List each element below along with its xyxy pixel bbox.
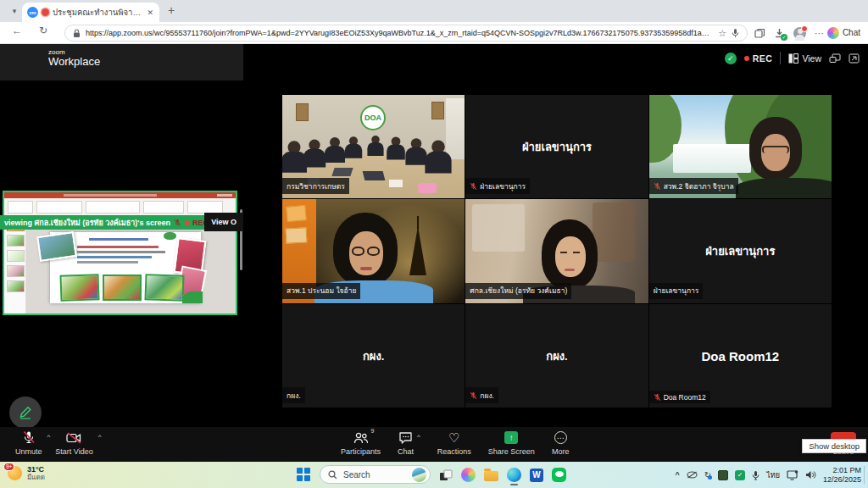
task-view-icon[interactable] xyxy=(439,469,453,481)
search-highlight-image[interactable] xyxy=(412,468,426,482)
back-button[interactable]: ← xyxy=(12,25,22,36)
search-icon xyxy=(328,470,337,480)
video-tile-kapong-2[interactable]: กผง. กผง. xyxy=(465,304,648,408)
participant-name: ฝ่ายเลขานุการ xyxy=(480,180,526,192)
weather-widget[interactable]: 9+ 31°C มีแดด xyxy=(8,465,45,481)
volume-icon[interactable] xyxy=(805,470,816,480)
chat-label: Chat xyxy=(398,447,414,456)
voice-search-icon[interactable] xyxy=(732,28,739,38)
start-button[interactable] xyxy=(297,468,310,481)
file-explorer-icon[interactable] xyxy=(484,469,498,481)
pencil-icon xyxy=(18,405,33,420)
recording-indicator[interactable]: REC xyxy=(744,53,773,64)
meeting-toolbar: Unmute ^ Start Video ^ 9 Participants xyxy=(0,427,868,462)
edge-active-indicator xyxy=(510,484,518,485)
lock-icon xyxy=(73,29,81,38)
workplace-logo-text: Workplace xyxy=(48,56,100,68)
eiffel-tower xyxy=(409,226,426,275)
copilot-chat-button[interactable]: Chat xyxy=(822,24,865,42)
participant-name: กผง. xyxy=(287,390,301,402)
participant-display-name: Doa Room12 xyxy=(649,348,832,363)
more-button[interactable]: ⋯ More xyxy=(552,427,570,456)
video-tile-secretary-1[interactable]: ฝ่ายเลขานุการ ฝ่ายเลขานุการ xyxy=(465,95,648,198)
edge-icon[interactable] xyxy=(507,468,521,482)
start-video-button[interactable]: Start Video xyxy=(55,427,92,456)
reactions-button[interactable]: ♡ Reactions xyxy=(437,427,471,456)
doa-logo: DOA xyxy=(360,105,386,130)
powerpoint-ribbon xyxy=(4,198,236,217)
share-screen-button[interactable]: ↑ Share Screen xyxy=(488,427,535,456)
encryption-shield-icon[interactable]: ✓ xyxy=(725,53,737,64)
video-tile-chiangmai[interactable]: ศกล.เชียงใหม่ (อรทัย วงค์เมธา) xyxy=(465,199,648,302)
participant-display-name: ฝ่ายเลขานุการ xyxy=(465,138,648,156)
participant-display-name: ฝ่ายเลขานุการ xyxy=(649,242,832,260)
fullscreen-exit-icon[interactable] xyxy=(849,53,860,64)
sharer-muted-mic-icon xyxy=(174,219,181,227)
silhouette xyxy=(303,140,326,168)
participant-name: Doa Room12 xyxy=(664,393,706,402)
minimize-window-icon[interactable] xyxy=(829,53,841,64)
collections-icon[interactable] xyxy=(754,28,765,38)
copilot-taskbar-icon[interactable] xyxy=(461,468,476,482)
favorite-star-icon[interactable]: ☆ xyxy=(718,29,726,38)
security-shield-icon[interactable]: ✓ xyxy=(735,470,745,480)
sync-icon[interactable]: ↻ xyxy=(704,471,711,480)
refresh-button[interactable]: ↻ xyxy=(39,25,47,36)
tab-search-chevron[interactable]: ▾ xyxy=(7,4,22,18)
participant-name-label: ศกล.เชียงใหม่ (อรทัย วงค์เมธา) xyxy=(465,283,571,299)
language-indicator[interactable]: ไทย xyxy=(766,469,780,481)
slide-canvas xyxy=(26,217,236,313)
participant-name-label: สวพ.2 จิตอาภา จิรุบาล xyxy=(649,178,738,194)
video-tile-sawap1[interactable]: สวพ.1 ประนอม ใจอ้าย xyxy=(282,199,465,302)
zoom-workplace-logo: zoom Workplace xyxy=(48,48,100,68)
tab-close-icon[interactable]: ✕ xyxy=(146,8,154,17)
video-tile-secretary-2[interactable]: ฝ่ายเลขานุการ ฝ่ายเลขานุการ xyxy=(649,199,832,302)
taskbar-clock[interactable]: 2:01 PM 12/26/2025 xyxy=(823,466,861,485)
notification-count-badge: 9+ xyxy=(3,463,14,471)
participant-name-label: สวพ.1 ประนอม ใจอ้าย xyxy=(282,283,360,299)
taskbar-search-box[interactable]: Search xyxy=(320,465,431,484)
participants-button[interactable]: 9 Participants xyxy=(341,427,381,456)
copilot-chat-label: Chat xyxy=(843,28,860,37)
view-button[interactable]: View xyxy=(788,53,821,64)
chat-button[interactable]: Chat xyxy=(398,427,414,456)
video-tile-doa-room12[interactable]: Doa Room12 Doa Room12 xyxy=(649,304,832,408)
annotate-button[interactable] xyxy=(9,396,42,429)
app-tray-icon[interactable] xyxy=(718,470,728,480)
profile-notification-dot xyxy=(801,25,808,32)
eye-comfort-icon[interactable] xyxy=(687,471,698,479)
download-icon[interactable]: ✓ xyxy=(774,28,785,39)
microphone-tray-icon[interactable] xyxy=(752,470,760,480)
address-bar[interactable]: https://app.zoom.us/wc/95553711760/join?… xyxy=(64,25,748,42)
hidden-icons-chevron[interactable]: ^ xyxy=(676,471,680,479)
screen-share-banner: viewing ศกล.เชียงใหม่ (อรทัย วงค์เมธา)'s… xyxy=(0,215,243,230)
chat-options-chevron[interactable]: ^ xyxy=(417,427,420,456)
clock-date: 12/26/2025 xyxy=(823,475,861,485)
copilot-icon xyxy=(827,27,839,39)
zoom-tab[interactable]: zm ประชุมคณะทำงานพิจารณาโครงกา ✕ xyxy=(22,3,159,22)
heart-icon: ♡ xyxy=(448,430,459,445)
video-tile-krom-wichakan-kaset[interactable]: DOA กรมวิชาการเกษตร xyxy=(282,95,465,198)
muted-mic-icon xyxy=(654,182,661,191)
participant-name: สวพ.2 จิตอาภา จิรุบาล xyxy=(664,180,734,192)
silhouette xyxy=(425,141,451,174)
participant-name: กผง. xyxy=(480,390,494,402)
muted-mic-icon xyxy=(470,391,477,400)
video-tile-kapong-1[interactable]: กผง. กผง. xyxy=(282,304,465,408)
new-tab-button[interactable]: + xyxy=(168,3,175,17)
profile-avatar[interactable] xyxy=(793,27,806,40)
more-label: More xyxy=(552,447,570,456)
network-display-icon[interactable] xyxy=(787,470,798,480)
video-tile-sawap2[interactable]: สวพ.2 จิตอาภา จิรุบาล xyxy=(649,95,832,198)
unmute-button[interactable]: Unmute xyxy=(15,427,42,456)
audio-options-chevron[interactable]: ^ xyxy=(47,427,51,456)
shared-screen-preview[interactable] xyxy=(3,191,237,315)
line-icon[interactable] xyxy=(552,468,566,482)
zoom-top-bar xyxy=(0,44,243,80)
video-options-chevron[interactable]: ^ xyxy=(98,427,102,456)
recording-dot xyxy=(744,56,749,61)
participant-name: ฝ่ายเลขานุการ xyxy=(654,285,699,297)
word-icon[interactable]: W xyxy=(530,469,543,482)
view-options-button[interactable]: View O xyxy=(204,213,243,231)
show-desktop-edge[interactable] xyxy=(864,466,865,484)
